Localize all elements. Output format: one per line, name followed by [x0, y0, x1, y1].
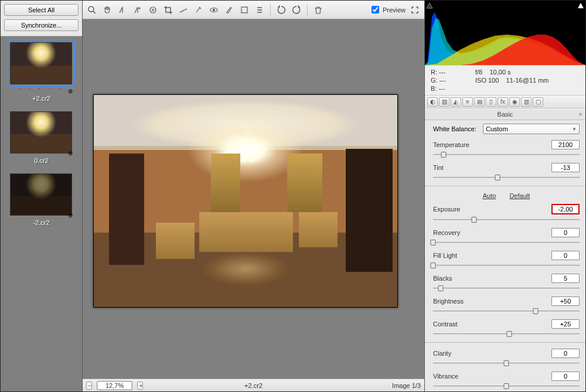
histogram-chart	[425, 1, 585, 65]
contrast-label: Contrast	[433, 321, 483, 328]
panel-tab-detail-icon[interactable]: ◭	[451, 97, 461, 107]
readout-iso: ISO 100	[475, 77, 499, 84]
auto-default-links: Auto Default	[433, 192, 580, 199]
panel-tab-camera-icon[interactable]: ◉	[509, 97, 520, 107]
vibrance-value[interactable]: 0	[551, 371, 580, 381]
crop-tool-icon[interactable]	[162, 4, 174, 16]
shadow-clip-indicator-icon[interactable]	[426, 2, 433, 9]
panel-tab-basic-icon[interactable]: ◐	[427, 97, 438, 107]
section-header-basic[interactable]: Basic ≡	[425, 108, 585, 120]
zoom-tool-icon[interactable]	[86, 4, 98, 16]
preview-canvas-area[interactable]	[83, 19, 424, 379]
section-divider	[425, 186, 585, 186]
vibrance-slider[interactable]	[433, 383, 580, 390]
white-balance-label: White Balance:	[433, 125, 483, 132]
exif-readout: R: --- G: --- B: --- f/8 10,00 s ISO 100…	[425, 65, 585, 96]
thumbnail-item[interactable]: ⊛ 0.cr2	[10, 111, 73, 164]
panel-tab-presets-icon[interactable]: ▥	[521, 97, 532, 107]
recovery-label: Recovery	[433, 229, 483, 236]
histogram[interactable]	[425, 1, 585, 65]
clarity-value[interactable]: 0	[551, 349, 580, 358]
rotate-cw-icon[interactable]	[291, 4, 302, 16]
mark-delete-icon[interactable]	[312, 4, 324, 16]
preview-checkbox[interactable]	[372, 6, 379, 13]
blacks-slider[interactable]	[433, 285, 580, 292]
panel-tab-split-icon[interactable]: ▤	[474, 97, 485, 107]
readout-lens: 11-16@11 mm	[506, 77, 549, 84]
panel-tab-fx-icon[interactable]: fx	[498, 97, 508, 107]
zoom-out-button[interactable]: −	[86, 381, 92, 390]
thumbnail-filename: +2.cr2	[10, 95, 73, 102]
zoom-in-button[interactable]: +	[137, 381, 143, 390]
graduated-filter-tool-icon[interactable]	[239, 4, 250, 16]
fullscreen-toggle-icon[interactable]	[409, 4, 421, 16]
color-sampler-tool-icon[interactable]	[132, 4, 144, 16]
tint-value[interactable]: -13	[551, 163, 580, 172]
filllight-slider[interactable]	[433, 262, 580, 269]
vibrance-label: Vibrance	[433, 373, 483, 380]
thumbnail-image	[11, 43, 71, 84]
synchronize-button[interactable]: Synchronize...	[4, 19, 79, 31]
svg-point-1	[139, 8, 140, 9]
exposure-slider[interactable]	[433, 216, 580, 223]
settings-badge-icon: ⊛	[64, 212, 76, 218]
panel-tab-snapshots-icon[interactable]: ▢	[533, 97, 543, 107]
default-link[interactable]: Default	[509, 192, 530, 199]
thumbnail-image	[11, 174, 71, 215]
white-balance-row: White Balance: Custom ▼	[433, 124, 580, 134]
thumbnail-item[interactable]: ⊛ -2.cr2	[10, 173, 73, 226]
panel-menu-icon[interactable]: ≡	[579, 111, 582, 117]
top-toolbar: Preview	[83, 1, 424, 19]
preview-toggle[interactable]: Preview	[369, 4, 406, 15]
brightness-value[interactable]: +50	[551, 296, 580, 306]
brightness-slider[interactable]	[433, 308, 580, 315]
white-balance-value: Custom	[486, 125, 508, 132]
auto-link[interactable]: Auto	[483, 192, 496, 199]
exposure-value[interactable]: -2,00	[551, 204, 580, 214]
blacks-value[interactable]: 5	[551, 274, 580, 283]
target-adjust-tool-icon[interactable]	[147, 4, 159, 16]
right-panel-column: R: --- G: --- B: --- f/8 10,00 s ISO 100…	[425, 1, 585, 391]
tint-slider[interactable]	[433, 174, 580, 181]
zoom-level-field[interactable]: 12,7%	[97, 381, 132, 390]
white-balance-tool-icon[interactable]	[117, 4, 128, 16]
contrast-slider[interactable]	[433, 330, 580, 338]
temperature-slider[interactable]	[433, 151, 580, 158]
preferences-tool-icon[interactable]	[254, 4, 265, 16]
readout-aperture: f/8	[475, 69, 482, 76]
panel-tab-strip: ◐ ▧ ◭ ≡ ▤ ▯ fx ◉ ▥ ▢	[425, 96, 585, 108]
clarity-label: Clarity	[433, 350, 483, 357]
tint-label: Tint	[433, 164, 483, 171]
thumbnail-item[interactable]: · · · · · ⊛ +2.cr2	[10, 42, 73, 102]
filllight-value[interactable]: 0	[551, 251, 580, 260]
white-balance-dropdown[interactable]: Custom ▼	[483, 124, 580, 134]
toolbar-separator	[307, 4, 308, 16]
left-filmstrip-column: Select All Synchronize... · · · · · ⊛ +2…	[1, 1, 83, 391]
recovery-value[interactable]: 0	[551, 228, 580, 237]
adjustment-brush-tool-icon[interactable]	[223, 4, 235, 16]
panel-tab-hsl-icon[interactable]: ≡	[462, 97, 473, 107]
panel-tab-curve-icon[interactable]: ▧	[439, 97, 449, 107]
clarity-slider[interactable]	[433, 360, 580, 367]
temperature-value[interactable]: 2100	[551, 140, 580, 149]
panel-tab-lens-icon[interactable]: ▯	[486, 97, 496, 107]
readout-b: B: ---	[431, 84, 468, 93]
contrast-value[interactable]: +25	[551, 319, 580, 329]
rating-dots: · · · · ·	[10, 86, 73, 91]
spot-removal-tool-icon[interactable]	[193, 4, 205, 16]
temperature-label: Temperature	[433, 141, 483, 148]
readout-shutter: 10,00 s	[489, 69, 510, 76]
recovery-slider[interactable]	[433, 239, 580, 246]
select-all-button[interactable]: Select All	[4, 4, 79, 16]
status-bar: − 12,7% + +2.cr2 Image 1/3	[83, 379, 424, 391]
hand-tool-icon[interactable]	[101, 4, 113, 16]
filllight-label: Fill Light	[433, 252, 483, 259]
svg-point-5	[213, 9, 215, 11]
highlight-clip-indicator-icon[interactable]	[577, 2, 584, 9]
straighten-tool-icon[interactable]	[178, 4, 189, 16]
exposure-label: Exposure	[433, 206, 483, 213]
status-image-index: Image 1/3	[392, 382, 421, 389]
red-eye-tool-icon[interactable]	[208, 4, 220, 16]
readout-g: G: ---	[431, 76, 468, 84]
rotate-ccw-icon[interactable]	[275, 4, 287, 16]
